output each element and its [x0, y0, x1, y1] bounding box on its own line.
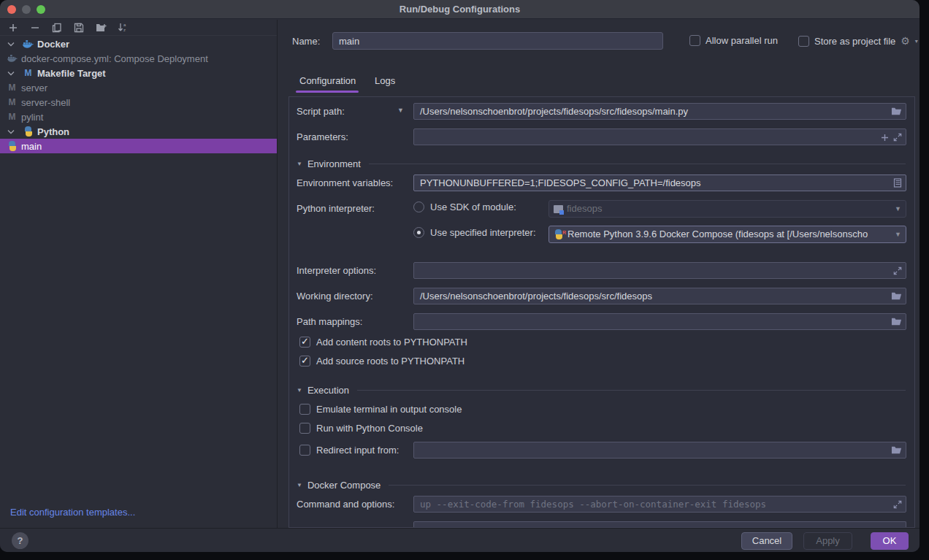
- cancel-button[interactable]: Cancel: [741, 532, 792, 550]
- use-specified-interpreter-label: Use specified interpreter:: [430, 227, 536, 238]
- tree-item-label: main: [21, 141, 42, 152]
- ok-button[interactable]: OK: [871, 532, 909, 550]
- new-folder-icon[interactable]: [95, 22, 107, 34]
- svg-text:a: a: [123, 23, 126, 27]
- tree-item-server-shell[interactable]: M server-shell: [0, 95, 277, 110]
- add-content-roots-checkbox[interactable]: Add content roots to PYTHONPATH: [299, 337, 467, 348]
- svg-text:z: z: [123, 28, 126, 32]
- checkbox-icon[interactable]: [689, 35, 700, 46]
- script-path-field[interactable]: /Users/nelsonschoenbrot/projects/fidesop…: [413, 103, 906, 120]
- remote-python-icon: R: [554, 229, 564, 239]
- checkbox-icon[interactable]: [299, 445, 310, 456]
- tree-item-pylint[interactable]: M pylint: [0, 110, 277, 124]
- emulate-terminal-label: Emulate terminal in output console: [316, 404, 462, 415]
- expand-icon[interactable]: [893, 264, 902, 279]
- interpreter-options-field[interactable]: [413, 262, 906, 279]
- store-as-project-file-checkbox[interactable]: Store as project file ▾: [798, 35, 918, 47]
- checkbox-icon[interactable]: [299, 423, 310, 434]
- section-collapse-icon[interactable]: ▼: [297, 387, 302, 394]
- tree-item-label: pylint: [21, 112, 43, 123]
- command-and-options-field[interactable]: up --exit-code-from fidesops --abort-on-…: [413, 496, 906, 513]
- active-tab-indicator: [296, 91, 359, 93]
- redirect-input-field[interactable]: [413, 442, 906, 459]
- tree-item-label: server-shell: [21, 97, 70, 108]
- tree-item-server[interactable]: M server: [0, 80, 277, 95]
- chevron-down-icon[interactable]: [6, 129, 16, 134]
- radio-selected-icon[interactable]: [413, 227, 424, 238]
- chevron-down-icon[interactable]: [6, 42, 16, 47]
- command-up-options-field-partial[interactable]: [413, 521, 906, 528]
- checkbox-checked-icon[interactable]: [299, 356, 310, 367]
- execution-section-header[interactable]: ▼ Execution: [297, 385, 906, 396]
- help-button[interactable]: ?: [12, 532, 28, 549]
- tree-item-docker-compose[interactable]: docker-compose.yml: Compose Deployment: [0, 51, 277, 66]
- use-specified-interpreter-radio[interactable]: Use specified interpreter:: [413, 227, 536, 238]
- add-source-roots-checkbox[interactable]: Add source roots to PYTHONPATH: [299, 356, 464, 367]
- sort-alphabetically-icon[interactable]: az: [117, 22, 129, 34]
- tab-logs[interactable]: Logs: [375, 75, 395, 93]
- browse-folder-icon[interactable]: [891, 444, 902, 459]
- path-mappings-label: Path mappings:: [297, 316, 362, 327]
- command-and-options-value: up --exit-code-from fidesops --abort-on-…: [420, 499, 766, 510]
- checkbox-icon[interactable]: [798, 36, 809, 47]
- tree-item-main-selected[interactable]: main: [0, 139, 277, 153]
- dialog-footer: ? Cancel Apply OK: [0, 528, 920, 552]
- parameters-field[interactable]: [413, 129, 906, 145]
- tree-item-label: Makefile Target: [37, 68, 106, 79]
- section-collapse-icon[interactable]: ▼: [297, 482, 302, 488]
- use-sdk-of-module-radio[interactable]: Use SDK of module:: [413, 202, 516, 212]
- browse-variables-icon[interactable]: [893, 177, 902, 191]
- specified-interpreter-dropdown[interactable]: R Remote Python 3.9.6 Docker Compose (fi…: [548, 226, 906, 243]
- configuration-tree: Docker docker-compose.yml: Compose Deplo…: [0, 37, 277, 153]
- apply-button[interactable]: Apply: [803, 532, 852, 550]
- docker-compose-section-header[interactable]: ▼ Docker Compose: [297, 480, 906, 491]
- browse-folder-icon[interactable]: [891, 290, 902, 304]
- checkbox-icon[interactable]: [299, 404, 310, 415]
- section-divider: [357, 390, 906, 391]
- edit-configuration-templates-link[interactable]: Edit configuration templates...: [10, 507, 135, 518]
- sidebar-toolbar: az: [0, 20, 277, 36]
- makefile-icon: M: [7, 112, 18, 123]
- chevron-down-icon: ▼: [895, 201, 901, 217]
- tree-item-label: server: [21, 83, 47, 93]
- redirect-input-checkbox[interactable]: Redirect input from:: [299, 445, 399, 456]
- chevron-down-icon[interactable]: [6, 71, 16, 76]
- save-configuration-icon[interactable]: [73, 22, 85, 34]
- chevron-down-icon[interactable]: ▼: [397, 107, 404, 114]
- environment-section-header[interactable]: ▼ Environment: [297, 158, 906, 169]
- working-directory-field[interactable]: /Users/nelsonschoenbrot/projects/fidesop…: [413, 288, 906, 304]
- tree-group-python[interactable]: Python: [0, 124, 277, 139]
- expand-icon[interactable]: [893, 498, 902, 513]
- script-path-label: Script path:: [297, 106, 345, 117]
- tree-group-makefile-target[interactable]: M Makefile Target: [0, 66, 277, 80]
- tree-group-docker[interactable]: Docker: [0, 37, 277, 51]
- run-with-python-console-checkbox[interactable]: Run with Python Console: [299, 423, 423, 434]
- sdk-module-dropdown[interactable]: fidesops ▼: [548, 200, 906, 218]
- docker-compose-section-title: Docker Compose: [307, 480, 381, 491]
- path-mappings-field[interactable]: [413, 313, 906, 330]
- radio-icon[interactable]: [413, 202, 424, 212]
- expand-icon[interactable]: [893, 131, 902, 145]
- checkbox-checked-icon[interactable]: [299, 337, 310, 348]
- python-interpreter-label: Python interpreter:: [297, 203, 375, 214]
- chevron-down-icon: ▾: [915, 38, 918, 45]
- allow-parallel-run-checkbox[interactable]: Allow parallel run: [689, 35, 778, 46]
- makefile-icon: M: [23, 68, 34, 79]
- name-input[interactable]: [332, 32, 663, 50]
- add-configuration-icon[interactable]: [7, 22, 19, 34]
- command-and-options-label: Command and options:: [297, 499, 394, 510]
- title-bar: Run/Debug Configurations: [0, 0, 920, 19]
- working-directory-label: Working directory:: [297, 291, 373, 302]
- environment-variables-field[interactable]: PYTHONUNBUFFERED=1;FIDESOPS_CONFIG_PATH=…: [413, 174, 906, 191]
- section-collapse-icon[interactable]: ▼: [297, 161, 302, 167]
- store-as-project-file-label: Store as project file: [814, 36, 895, 47]
- environment-variables-label: Environment variables:: [297, 177, 393, 188]
- copy-configuration-icon[interactable]: [51, 22, 63, 34]
- use-sdk-of-module-label: Use SDK of module:: [430, 202, 516, 212]
- remove-configuration-icon[interactable]: [29, 22, 41, 34]
- gear-icon[interactable]: [901, 35, 910, 47]
- add-macro-icon[interactable]: [881, 131, 889, 145]
- browse-folder-icon[interactable]: [891, 105, 902, 120]
- emulate-terminal-checkbox[interactable]: Emulate terminal in output console: [299, 404, 462, 415]
- browse-folder-icon[interactable]: [891, 315, 902, 330]
